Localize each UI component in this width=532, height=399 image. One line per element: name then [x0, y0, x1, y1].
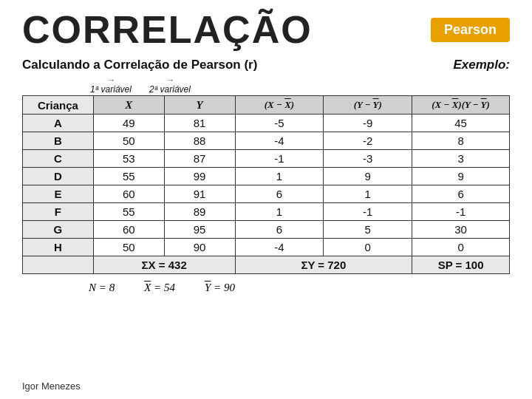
cell-fy: 5: [324, 221, 412, 239]
cell-fx: 1: [235, 203, 324, 221]
cell-fxy: 6: [412, 185, 510, 203]
cell-x: 49: [93, 115, 164, 132]
col-header-fxy: (X − X)(Y − Y): [412, 96, 510, 115]
cell-fxy: 8: [412, 132, 510, 150]
sum-sp: SP = 100: [412, 256, 510, 274]
cell-x: 60: [93, 185, 164, 203]
cell-y: 87: [164, 150, 235, 168]
var2-label: 2ª variável: [149, 84, 191, 95]
cell-y: 81: [164, 115, 235, 132]
cell-fxy: -1: [412, 203, 510, 221]
sum-empty-crianca: [23, 256, 94, 274]
table-row: A 49 81 -5 -9 45: [23, 115, 510, 132]
page-title: CORRELAÇÃO: [22, 7, 313, 52]
cell-fy: -1: [324, 203, 412, 221]
cell-crianca: G: [23, 221, 94, 239]
data-table: Criança X Y (X − X) (Y − Y) (X − X)(Y − …: [22, 95, 510, 274]
cell-fy: -3: [324, 150, 412, 168]
footer-n: N = 8: [89, 282, 115, 294]
pearson-badge: Pearson: [431, 18, 510, 42]
cell-fy: 9: [324, 168, 412, 185]
page: CORRELAÇÃO Pearson Calculando a Correlaç…: [0, 0, 532, 399]
subtitle-main: Calculando a Correlação de Pearson (r): [22, 58, 257, 72]
cell-fxy: 0: [412, 239, 510, 256]
subtitle-row: Calculando a Correlação de Pearson (r) E…: [22, 58, 510, 72]
subtitle-example: Exemplo:: [453, 58, 510, 72]
cell-fy: 1: [324, 185, 412, 203]
cell-crianca: E: [23, 185, 94, 203]
header-row: CORRELAÇÃO Pearson: [22, 7, 510, 52]
cell-fx: -1: [235, 150, 324, 168]
cell-x: 60: [93, 221, 164, 239]
cell-fxy: 9: [412, 168, 510, 185]
cell-fx: -4: [235, 239, 324, 256]
cell-x: 50: [93, 132, 164, 150]
cell-x: 55: [93, 168, 164, 185]
col-header-y: Y: [164, 96, 235, 115]
cell-crianca: D: [23, 168, 94, 185]
cell-fxy: 45: [412, 115, 510, 132]
cell-y: 95: [164, 221, 235, 239]
col-header-fx: (X − X): [235, 96, 324, 115]
table-row: C 53 87 -1 -3 3: [23, 150, 510, 168]
cell-fy: -9: [324, 115, 412, 132]
cell-fx: 6: [235, 221, 324, 239]
cell-y: 88: [164, 132, 235, 150]
igor-label: Igor Menezes: [22, 381, 81, 392]
table-row: E 60 91 6 1 6: [23, 185, 510, 203]
cell-fx: 6: [235, 185, 324, 203]
cell-fx: -4: [235, 132, 324, 150]
cell-y: 91: [164, 185, 235, 203]
cell-x: 55: [93, 203, 164, 221]
cell-y: 99: [164, 168, 235, 185]
col-header-fy: (Y − Y): [324, 96, 412, 115]
table-row: D 55 99 1 9 9: [23, 168, 510, 185]
table-row: H 50 90 -4 0 0: [23, 239, 510, 256]
var1-label: 1ª variável: [90, 84, 132, 95]
cell-crianca: F: [23, 203, 94, 221]
cell-y: 89: [164, 203, 235, 221]
cell-fy: -2: [324, 132, 412, 150]
cell-crianca: C: [23, 150, 94, 168]
footer-formulas: N = 8 X = 54 Y = 90: [22, 282, 510, 294]
cell-crianca: H: [23, 239, 94, 256]
cell-x: 50: [93, 239, 164, 256]
footer-mean-x: X = 54: [144, 282, 175, 294]
cell-y: 90: [164, 239, 235, 256]
cell-fx: -5: [235, 115, 324, 132]
table-row: F 55 89 1 -1 -1: [23, 203, 510, 221]
cell-fx: 1: [235, 168, 324, 185]
col-header-crianca: Criança: [23, 96, 94, 115]
var1-arrow-label: →: [107, 75, 115, 84]
footer-mean-y: Y = 90: [205, 282, 235, 294]
sum-x: ΣX = 432: [93, 256, 235, 274]
cell-fxy: 3: [412, 150, 510, 168]
var2-arrow-label: →: [166, 75, 174, 84]
cell-crianca: B: [23, 132, 94, 150]
table-row: G 60 95 6 5 30: [23, 221, 510, 239]
cell-fy: 0: [324, 239, 412, 256]
sum-y: ΣY = 720: [235, 256, 412, 274]
cell-crianca: A: [23, 115, 94, 132]
col-header-x: X: [93, 96, 164, 115]
sum-row: ΣX = 432 ΣY = 720 SP = 100: [23, 256, 510, 274]
cell-x: 53: [93, 150, 164, 168]
cell-fxy: 30: [412, 221, 510, 239]
table-row: B 50 88 -4 -2 8: [23, 132, 510, 150]
